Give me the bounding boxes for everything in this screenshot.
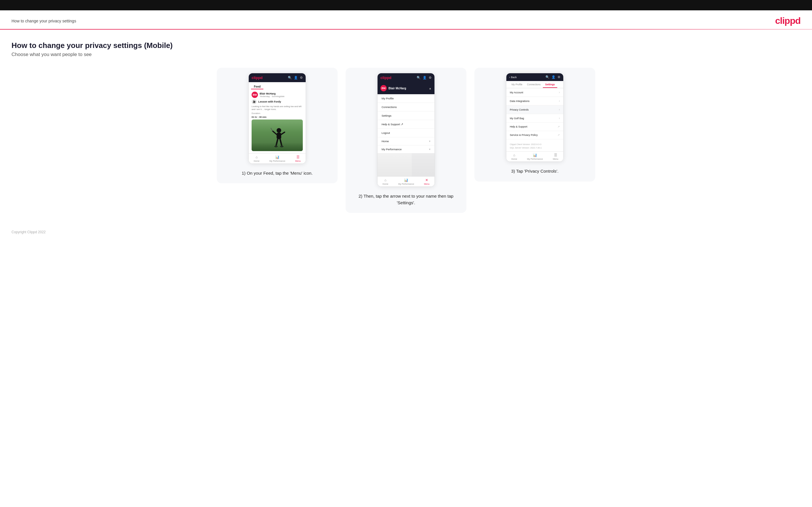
copyright: Copyright Clippd 2022 xyxy=(11,230,46,234)
nav-close[interactable]: ✕ Menu xyxy=(424,178,429,185)
arrow-icon-privacycontrols: › xyxy=(559,108,560,111)
menu-item-helpsupport[interactable]: Help & Support ↗ xyxy=(377,120,435,129)
user-icon: 👤 xyxy=(294,76,298,79)
feed-post: BM Blair McHarg Yesterday · Sunningdale … xyxy=(249,89,306,153)
arrow-icon-myaccount: › xyxy=(559,91,560,94)
feed-avatar: BM xyxy=(252,92,258,98)
feed-duration-value: 01 hr : 30 min xyxy=(252,116,303,118)
nav-menu[interactable]: ☰ Menu xyxy=(295,155,301,162)
performance-icon-2: 📊 xyxy=(404,178,408,182)
search-icon-3: 🔍 xyxy=(546,75,550,79)
settings-header: ‹ Back 🔍 👤 ⚙ xyxy=(506,73,563,81)
phone-1-logo: clippd xyxy=(252,75,262,80)
menu-section-home-label: Home xyxy=(382,139,389,143)
tab-connections[interactable]: Connections xyxy=(525,81,543,88)
nav-menu-label-3: Menu xyxy=(553,158,558,160)
settings-item-helpsupport[interactable]: Help & Support ↗ xyxy=(506,123,563,131)
step-1-card: clippd 🔍 👤 ⚙ Feed BM Blair xyxy=(217,68,338,183)
step-2-card: clippd 🔍 👤 ⚙ BM Blair McHarg ▲ xyxy=(346,68,466,213)
settings-item-serviceprivacy-label: Service & Privacy Policy xyxy=(510,133,538,136)
feed-user-sub: Yesterday · Sunningdale xyxy=(260,95,285,98)
menu-icon-3: ☰ xyxy=(554,153,557,157)
settings-version: Clippd Client Version: 2022.8.3-3 GQL Se… xyxy=(506,139,563,151)
arrow-icon-mygolfbag: › xyxy=(559,117,560,120)
settings-icon: ⚙ xyxy=(300,76,303,79)
tab-myprofile[interactable]: My Profile xyxy=(509,81,525,88)
settings-item-dataintegrations-label: Data Integrations xyxy=(510,100,529,103)
settings-item-dataintegrations[interactable]: Data Integrations › xyxy=(506,97,563,105)
footer: Copyright Clippd 2022 xyxy=(0,221,812,240)
menu-section-home[interactable]: Home ▾ xyxy=(377,137,435,145)
tab-settings[interactable]: Settings xyxy=(543,81,557,88)
nav-performance-label: My Performance xyxy=(269,160,285,162)
menu-item-logout[interactable]: Logout xyxy=(377,129,435,137)
settings-item-myaccount[interactable]: My Account › xyxy=(506,88,563,97)
steps-row: clippd 🔍 👤 ⚙ Feed BM Blair xyxy=(11,68,801,213)
logo: clippd xyxy=(775,15,801,26)
feed-lesson-icon: 🎥 xyxy=(252,99,257,104)
header: How to change your privacy settings clip… xyxy=(0,10,812,29)
nav-home-3[interactable]: ⌂ Home xyxy=(511,153,517,160)
nav-home[interactable]: ⌂ Home xyxy=(254,155,259,162)
version-client: Clippd Client Version: 2022.8.3-3 xyxy=(510,143,560,146)
page-subheading: Choose what you want people to see xyxy=(11,52,801,57)
nav-performance-2[interactable]: 📊 My Performance xyxy=(398,178,414,185)
home-icon: ⌂ xyxy=(256,155,258,159)
phone-3-bottom-nav: ⌂ Home 📊 My Performance ☰ Menu xyxy=(506,151,563,161)
svg-point-1 xyxy=(276,128,281,133)
phone-2-logo: clippd xyxy=(380,75,391,80)
menu-icon: ☰ xyxy=(297,155,300,159)
back-arrow-icon: ‹ xyxy=(509,76,510,79)
nav-menu-3[interactable]: ☰ Menu xyxy=(553,153,558,160)
feed-duration: Duration xyxy=(252,112,303,115)
feed-tab: Feed xyxy=(251,83,263,89)
step-1-caption: 1) On your Feed, tap the 'Menu' icon. xyxy=(242,170,313,177)
version-gql: GQL Server Version: 2022.7.30-1 xyxy=(510,146,560,150)
feed-lesson-desc: Looking to feel like my hands are exitin… xyxy=(252,105,303,111)
menu-user-name: Blair McHarg xyxy=(389,87,406,90)
svg-line-5 xyxy=(271,128,272,131)
settings-item-privacycontrols-label: Privacy Controls xyxy=(510,108,529,111)
user-icon-2: 👤 xyxy=(423,76,427,79)
step-1-phone: clippd 🔍 👤 ⚙ Feed BM Blair xyxy=(248,73,306,164)
menu-section-performance[interactable]: My Performance ▾ xyxy=(377,145,435,153)
ext-icon-serviceprivacy: ↗ xyxy=(558,133,560,136)
settings-icon-2: ⚙ xyxy=(429,76,432,79)
settings-icon-3: ⚙ xyxy=(558,75,560,79)
ext-icon-helpsupport: ↗ xyxy=(558,125,560,128)
phone-3-icons: 🔍 👤 ⚙ xyxy=(546,75,560,79)
nav-home-label: Home xyxy=(254,160,259,162)
settings-item-privacycontrols[interactable]: Privacy Controls › xyxy=(506,105,563,114)
header-title: How to change your privacy settings xyxy=(11,19,76,23)
nav-performance-3[interactable]: 📊 My Performance xyxy=(527,153,543,160)
settings-tabs: My Profile Connections Settings xyxy=(506,81,563,88)
search-icon-2: 🔍 xyxy=(417,76,421,79)
feed-golf-image xyxy=(252,119,303,151)
home-icon-3: ⌂ xyxy=(513,153,515,157)
user-icon-3: 👤 xyxy=(552,75,556,79)
back-button[interactable]: ‹ Back xyxy=(509,76,517,79)
menu-avatar: BM xyxy=(380,85,387,91)
settings-item-serviceprivacy[interactable]: Service & Privacy Policy ↗ xyxy=(506,131,563,139)
arrow-icon-dataintegrations: › xyxy=(559,99,560,103)
menu-item-myprofile[interactable]: My Profile xyxy=(377,94,435,103)
nav-performance[interactable]: 📊 My Performance xyxy=(269,155,285,162)
step-2-phone: clippd 🔍 👤 ⚙ BM Blair McHarg ▲ xyxy=(377,73,435,187)
feed-user-row: BM Blair McHarg Yesterday · Sunningdale xyxy=(252,92,303,98)
feed-user-name: Blair McHarg xyxy=(260,92,285,95)
home-icon-2: ⌂ xyxy=(385,178,387,182)
menu-item-settings[interactable]: Settings xyxy=(377,111,435,120)
feed-user-info: Blair McHarg Yesterday · Sunningdale xyxy=(260,92,285,98)
svg-line-4 xyxy=(281,132,285,134)
page-heading: How to change your privacy settings (Mob… xyxy=(11,41,801,50)
settings-item-mygolfbag[interactable]: My Golf Bag › xyxy=(506,114,563,123)
nav-home-2[interactable]: ⌂ Home xyxy=(383,178,388,185)
menu-user-row[interactable]: BM Blair McHarg ▲ xyxy=(377,82,435,94)
nav-menu-label: Menu xyxy=(295,160,301,162)
menu-item-connections[interactable]: Connections xyxy=(377,103,435,111)
step-3-caption: 3) Tap 'Privacy Controls'. xyxy=(511,168,559,175)
feed-lesson-title: Lesson with Fordy xyxy=(258,100,281,103)
back-label: Back xyxy=(511,76,517,79)
phone-1-icons: 🔍 👤 ⚙ xyxy=(288,76,303,79)
phone-2-bottom-nav: ⌂ Home 📊 My Performance ✕ Menu xyxy=(377,176,435,186)
